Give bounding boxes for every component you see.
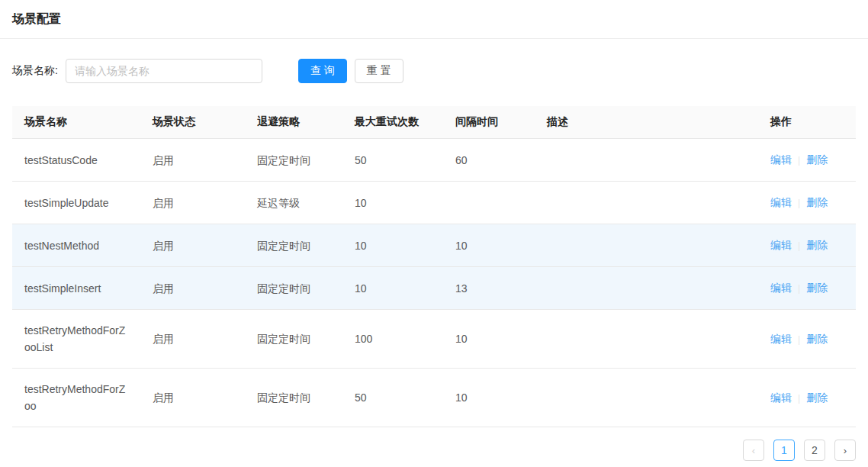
scene-name-cell: testNestMethod <box>12 224 140 267</box>
interval-cell: 10 <box>443 224 535 267</box>
table-row: testRetryMethodForZooList启用固定定时间10010编辑|… <box>12 310 856 369</box>
action-divider: | <box>798 237 800 254</box>
description-cell <box>535 224 758 267</box>
delete-link[interactable]: 删除 <box>806 333 828 345</box>
interval-cell: 13 <box>443 267 535 310</box>
table-row: testRetryMethodForZoo启用固定定时间5010编辑|删除 <box>12 369 856 427</box>
actions-cell: 编辑|删除 <box>758 310 856 369</box>
scene-name-cell: testRetryMethodForZoo <box>12 369 140 427</box>
actions-cell: 编辑|删除 <box>758 224 856 267</box>
edit-link[interactable]: 编辑 <box>770 196 792 208</box>
scene-status-cell: 启用 <box>140 139 245 182</box>
pagination: ‹ 12 › <box>12 440 856 461</box>
filter-bar: 场景名称: 查 询 重 置 <box>12 59 856 83</box>
column-header: 最大重试次数 <box>342 106 443 139</box>
pagination-page-button[interactable]: 2 <box>804 440 825 461</box>
column-header: 操作 <box>758 106 856 139</box>
interval-cell: 10 <box>443 369 535 427</box>
scene-status-cell: 启用 <box>140 310 245 369</box>
reset-button[interactable]: 重 置 <box>355 59 403 83</box>
pagination-page-button[interactable]: 1 <box>773 440 795 461</box>
page-title: 场景配置 <box>12 11 856 27</box>
max-retry-cell: 10 <box>342 182 443 224</box>
interval-cell: 10 <box>443 310 535 369</box>
max-retry-cell: 50 <box>342 139 443 182</box>
actions-cell: 编辑|删除 <box>758 182 856 224</box>
scene-name-label: 场景名称: <box>12 64 58 78</box>
chevron-left-icon: ‹ <box>752 446 755 456</box>
scene-name-cell: testSimpleInsert <box>12 267 140 310</box>
scene-status-cell: 启用 <box>140 182 245 224</box>
table-row: testSimpleUpdate启用延迟等级10编辑|删除 <box>12 182 856 224</box>
edit-link[interactable]: 编辑 <box>770 282 792 294</box>
scene-name-input[interactable] <box>66 59 262 83</box>
scene-name-cell: testRetryMethodForZooList <box>12 310 140 369</box>
scene-status-cell: 启用 <box>140 267 245 310</box>
backoff-strategy-cell: 固定定时间 <box>245 267 342 310</box>
table-row: testStatusCode启用固定定时间5060编辑|删除 <box>12 139 856 182</box>
column-header: 间隔时间 <box>443 106 535 139</box>
actions-cell: 编辑|删除 <box>758 139 856 182</box>
max-retry-cell: 10 <box>342 267 443 310</box>
max-retry-cell: 50 <box>342 369 443 427</box>
description-cell <box>535 310 758 369</box>
delete-link[interactable]: 删除 <box>806 196 828 208</box>
pagination-prev-button[interactable]: ‹ <box>743 440 764 461</box>
column-header: 描述 <box>535 106 758 139</box>
pagination-next-button[interactable]: › <box>834 440 856 461</box>
scene-name-cell: testStatusCode <box>12 139 140 182</box>
description-cell <box>535 267 758 310</box>
description-cell <box>535 139 758 182</box>
edit-link[interactable]: 编辑 <box>770 391 792 404</box>
description-cell <box>535 182 758 224</box>
actions-cell: 编辑|删除 <box>758 267 856 310</box>
delete-link[interactable]: 删除 <box>806 153 828 166</box>
interval-cell: 60 <box>443 139 535 182</box>
description-cell <box>535 369 758 427</box>
action-divider: | <box>798 331 800 348</box>
scene-status-cell: 启用 <box>140 369 245 427</box>
max-retry-cell: 100 <box>342 310 443 369</box>
backoff-strategy-cell: 固定定时间 <box>245 139 342 182</box>
interval-cell <box>443 182 535 224</box>
column-header: 退避策略 <box>245 106 342 139</box>
actions-cell: 编辑|删除 <box>758 369 856 427</box>
max-retry-cell: 10 <box>342 224 443 267</box>
action-divider: | <box>798 280 800 297</box>
page-header: 场景配置 <box>0 0 868 39</box>
scene-name-cell: testSimpleUpdate <box>12 182 140 224</box>
backoff-strategy-cell: 固定定时间 <box>245 224 342 267</box>
table-header-row: 场景名称场景状态退避策略最大重试次数间隔时间描述操作 <box>12 106 856 139</box>
scene-table: 场景名称场景状态退避策略最大重试次数间隔时间描述操作 testStatusCod… <box>12 106 856 427</box>
action-divider: | <box>798 152 800 169</box>
delete-link[interactable]: 删除 <box>806 391 828 404</box>
chevron-right-icon: › <box>844 446 847 456</box>
scene-status-cell: 启用 <box>140 224 245 267</box>
delete-link[interactable]: 删除 <box>806 239 828 251</box>
edit-link[interactable]: 编辑 <box>770 333 792 345</box>
column-header: 场景状态 <box>140 106 245 139</box>
backoff-strategy-cell: 固定定时间 <box>245 369 342 427</box>
action-divider: | <box>798 195 800 211</box>
action-divider: | <box>798 390 800 407</box>
backoff-strategy-cell: 固定定时间 <box>245 310 342 369</box>
edit-link[interactable]: 编辑 <box>770 239 792 251</box>
table-row: testSimpleInsert启用固定定时间1013编辑|删除 <box>12 267 856 310</box>
scene-table-container: 场景名称场景状态退避策略最大重试次数间隔时间描述操作 testStatusCod… <box>12 106 856 427</box>
table-row: testNestMethod启用固定定时间1010编辑|删除 <box>12 224 856 267</box>
column-header: 场景名称 <box>12 106 140 139</box>
table-body: testStatusCode启用固定定时间5060编辑|删除testSimple… <box>12 139 856 427</box>
backoff-strategy-cell: 延迟等级 <box>245 182 342 224</box>
delete-link[interactable]: 删除 <box>806 282 828 294</box>
edit-link[interactable]: 编辑 <box>770 153 792 166</box>
search-button[interactable]: 查 询 <box>298 59 347 83</box>
